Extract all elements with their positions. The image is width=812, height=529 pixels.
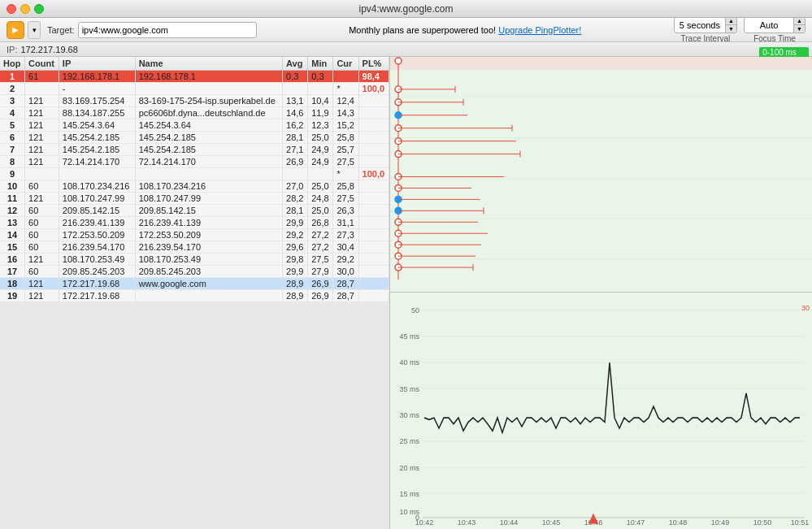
hop-number: 9 [0,168,25,180]
cell-count [25,168,59,180]
cell-min: 26,9 [308,290,333,302]
cell-pl [358,119,389,132]
cell-ip: 72.14.214.170 [59,156,135,168]
svg-text:40 ms: 40 ms [400,358,420,366]
cell-count: 60 [25,229,59,241]
table-row[interactable]: 7121145.254.2.185145.254.2.18527,124,925… [0,144,389,156]
hop-number: 4 [0,107,25,119]
trace-graph[interactable]: 79 ms [390,57,812,293]
ip-label: IP: [7,45,17,54]
close-button[interactable] [7,4,16,14]
cell-min: 27,2 [308,229,333,241]
chevron-down-icon: ▾ [33,26,37,34]
col-cur: Cur [333,57,358,71]
cell-cur: 28,7 [333,278,358,290]
table-row[interactable]: 5121145.254.3.64145.254.3.6416,212,315,2 [0,119,389,132]
focus-time-stepper[interactable]: Auto ▲ ▼ [744,17,805,33]
cell-min: 24,9 [308,156,333,168]
table-row[interactable]: 412188.134.187.255pc6606bf.dyna...deutsc… [0,107,389,119]
table-row[interactable]: 6121145.254.2.185145.254.2.18528,125,025… [0,132,389,144]
time-graph[interactable]: Focus: 10:41:22 - 10:51:22 10 minutes (1… [390,293,812,529]
cell-cur: 26,3 [333,205,358,217]
cell-count: 121 [25,193,59,205]
focus-time-up[interactable]: ▲ [793,17,805,25]
play-icon: ▶ [12,25,19,34]
focus-time-down[interactable]: ▼ [793,25,805,33]
cell-name [135,290,282,302]
table-row[interactable]: 812172.14.214.17072.14.214.17026,924,927… [0,156,389,168]
table-row[interactable]: 312183.169.175.25483-169-175-254-isp.sup… [0,95,389,107]
upgrade-link[interactable]: Upgrade PingPlotter! [498,25,581,35]
table-row[interactable]: 1060108.170.234.216108.170.234.21627,025… [0,180,389,193]
svg-rect-44 [390,293,812,529]
cell-ip: 108.170.234.216 [59,180,135,193]
cell-ip: 209.85.245.203 [59,266,135,278]
hop-number: 16 [0,254,25,266]
col-hop: Hop [0,57,25,71]
cell-cur: 27,5 [333,193,358,205]
dropdown-button[interactable]: ▾ [28,21,41,39]
cell-min: 25,0 [308,132,333,144]
svg-text:10:50: 10:50 [753,518,771,526]
cell-avg: 28,1 [283,132,308,144]
trace-interval-label: Trace Interval [681,34,731,43]
cell-pl: 98,4 [358,71,389,83]
cell-min: 25,0 [308,180,333,193]
table-row[interactable]: 1760209.85.245.203209.85.245.20329,927,9… [0,266,389,278]
table-row[interactable]: 9*100,0 [0,168,389,180]
cell-ip: 145.254.3.64 [59,119,135,132]
cell-ip: 108.170.247.99 [59,193,135,205]
table-row[interactable]: 161192.168.178.1192.168.178.10,30,398,4 [0,71,389,83]
cell-avg: 28,9 [283,278,308,290]
table-row[interactable]: 1460172.253.50.209172.253.50.20929,227,2… [0,229,389,241]
cell-pl [358,266,389,278]
toolbar: ▶ ▾ Target: Monthly plans are superpower… [0,18,812,42]
cell-pl: 100,0 [358,83,389,95]
table-row[interactable]: 11121108.170.247.99108.170.247.9928,224,… [0,193,389,205]
cell-cur: 27,3 [333,229,358,241]
upgrade-message: Monthly plans are superpowered too! Upgr… [262,25,669,35]
cell-min: 27,2 [308,241,333,254]
cell-min: 10,4 [308,95,333,107]
minimize-button[interactable] [20,4,30,14]
svg-text:10:49: 10:49 [711,518,729,526]
svg-rect-6 [390,57,812,70]
ip-bar: IP: 172.217.19.68 [0,42,812,57]
cell-name: 108.170.247.99 [135,193,282,205]
cell-count: 60 [25,205,59,217]
play-button[interactable]: ▶ [7,21,24,39]
cell-avg: 29,8 [283,254,308,266]
table-row[interactable]: 18121172.217.19.68www.google.com28,926,9… [0,278,389,290]
hop-number: 2 [0,83,25,95]
table-row[interactable]: 1360216.239.41.139216.239.41.13929,926,8… [0,217,389,229]
table-row[interactable]: 19121172.217.19.6828,926,928,7 [0,290,389,302]
cell-cur: 27,5 [333,156,358,168]
target-input[interactable] [78,22,257,38]
cell-name: 209.85.245.203 [135,266,282,278]
cell-pl [358,156,389,168]
trace-interval-down[interactable]: ▼ [725,25,736,33]
table-row[interactable]: 1260209.85.142.15209.85.142.1528,125,026… [0,205,389,217]
hop-number: 19 [0,290,25,302]
table-row[interactable]: 16121108.170.253.49108.170.253.4929,827,… [0,254,389,266]
cell-avg: 16,2 [283,119,308,132]
cell-ip: 216.239.41.139 [59,217,135,229]
trace-interval-up[interactable]: ▲ [725,17,736,25]
table-row[interactable]: 2-*100,0 [0,83,389,95]
table-row[interactable]: 1560216.239.54.170216.239.54.17029,627,2… [0,241,389,254]
cell-cur: 30,0 [333,266,358,278]
cell-name: 216.239.54.170 [135,241,282,254]
cell-pl [358,241,389,254]
cell-avg: 27,1 [283,144,308,156]
trace-interval-container: 5 seconds ▲ ▼ Trace Interval [674,17,737,43]
col-count: Count [25,57,59,71]
hop-number: 7 [0,144,25,156]
cell-avg: 26,9 [283,156,308,168]
cell-name: 216.239.41.139 [135,217,282,229]
trace-interval-stepper[interactable]: 5 seconds ▲ ▼ [674,17,737,33]
cell-ip: - [59,83,135,95]
cell-name: 108.170.253.49 [135,254,282,266]
trace-svg [390,57,812,292]
maximize-button[interactable] [34,4,44,14]
svg-text:10:48: 10:48 [669,518,687,526]
